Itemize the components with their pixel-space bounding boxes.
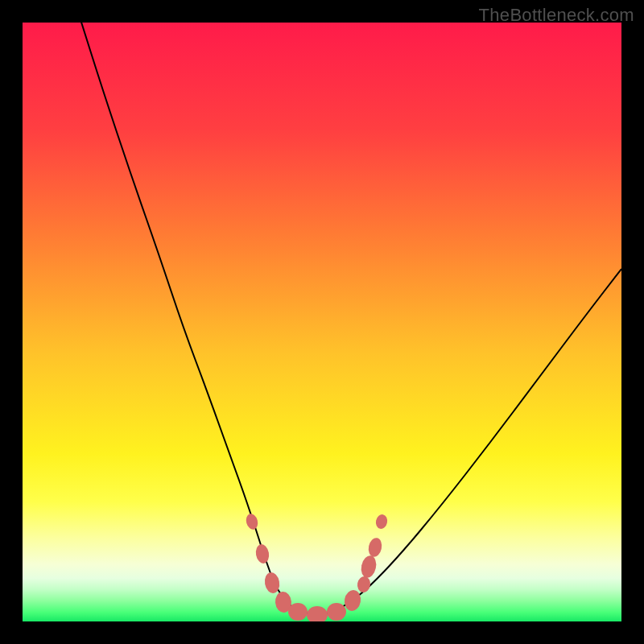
salmon-dot [356,576,371,593]
salmon-dot [359,554,378,579]
salmon-dot [343,588,362,612]
salmon-dot [327,603,346,621]
chart-plot-layer [23,23,621,621]
salmon-dot [245,513,260,531]
salmon-dot [374,514,388,530]
bottleneck-curve [79,23,621,614]
chart-frame [23,23,621,621]
salmon-dot [288,603,308,621]
salmon-dots-group [245,513,389,621]
salmon-dot [367,537,384,559]
salmon-dot [307,606,328,621]
salmon-dot [254,543,270,564]
watermark-text: TheBottleneck.com [479,5,634,26]
